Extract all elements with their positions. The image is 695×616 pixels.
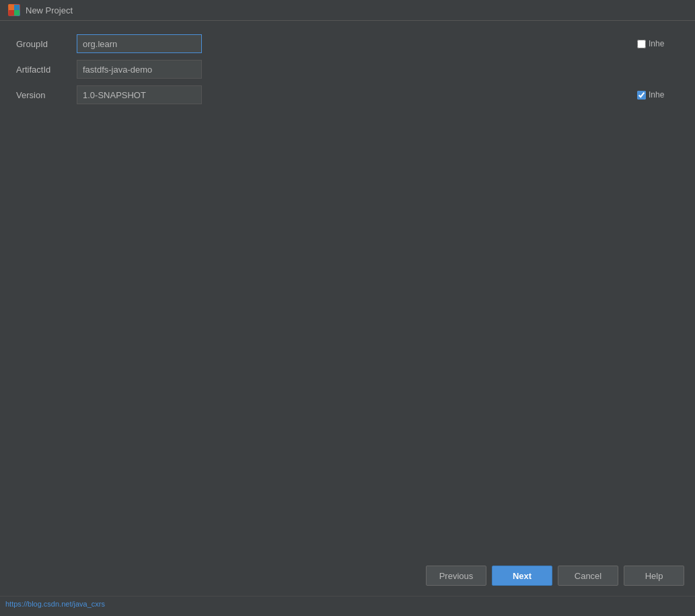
groupid-inherit-checkbox[interactable] [637, 40, 646, 48]
status-bar: https://blog.csdn.net/java_cxrs [0, 596, 695, 611]
next-button[interactable]: Next [492, 566, 552, 586]
version-input[interactable] [77, 85, 202, 104]
version-label: Version [16, 90, 77, 100]
button-row: Previous Next Cancel Help [0, 555, 695, 596]
dialog-title: New Project [26, 5, 73, 15]
svg-rect-3 [14, 10, 20, 15]
artifactid-row: ArtifactId [16, 60, 679, 79]
cancel-button[interactable]: Cancel [558, 566, 618, 586]
groupid-row: GroupId Inhe [16, 34, 679, 53]
version-inherit-checkbox[interactable] [637, 91, 646, 100]
groupid-inherit-label: Inhe [649, 39, 664, 48]
artifactid-input[interactable] [77, 60, 202, 79]
version-right: Inhe [632, 90, 679, 100]
groupid-input-area [77, 34, 632, 53]
svg-rect-1 [14, 5, 20, 10]
svg-rect-2 [9, 10, 14, 15]
groupid-right: Inhe [632, 39, 679, 48]
version-input-area [77, 85, 632, 104]
svg-rect-0 [9, 5, 14, 10]
artifactid-label: ArtifactId [16, 65, 77, 75]
help-button[interactable]: Help [624, 566, 684, 586]
status-url: https://blog.csdn.net/java_cxrs [5, 600, 105, 608]
previous-button[interactable]: Previous [426, 566, 486, 586]
version-row: Version Inhe [16, 85, 679, 104]
footer: Previous Next Cancel Help https://blog.c… [0, 555, 695, 616]
artifactid-input-area [77, 60, 632, 79]
dialog-content: GroupId Inhe ArtifactId Version Inhe [0, 21, 695, 124]
title-bar: New Project [0, 0, 695, 21]
version-inherit-label: Inhe [649, 90, 664, 100]
groupid-input[interactable] [77, 34, 202, 53]
groupid-label: GroupId [16, 39, 77, 49]
app-icon [8, 4, 20, 16]
